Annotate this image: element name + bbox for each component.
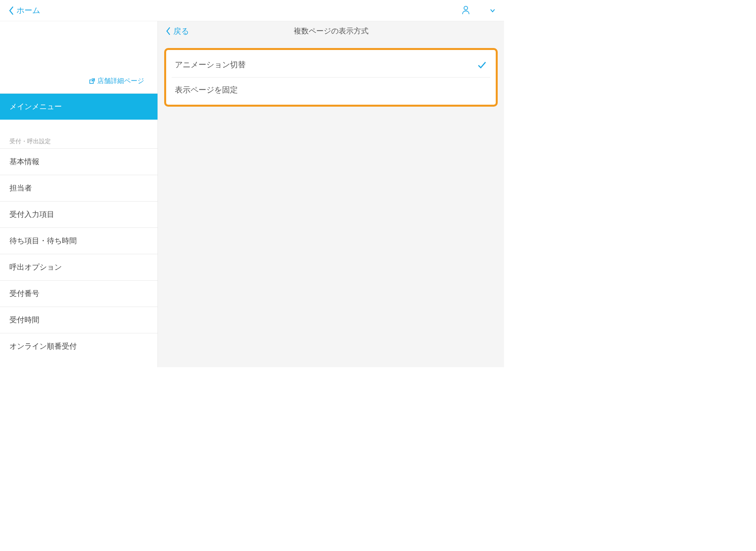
topbar-dropdown-caret[interactable] [490,7,495,14]
sidebar-items: 基本情報担当者受付入力項目待ち項目・待ち時間呼出オプション受付番号受付時間オンラ… [0,148,158,359]
option-label: 表示ページを固定 [175,85,238,95]
content: アニメーション切替表示ページを固定 [158,41,504,107]
sidebar-main-menu[interactable]: メインメニュー [0,94,158,120]
sidebar-item[interactable]: 受付番号 [0,280,158,307]
sidebar-item[interactable]: 受付入力項目 [0,201,158,227]
chevron-left-icon [166,27,171,35]
display-mode-option[interactable]: アニメーション切替 [172,52,490,78]
sidebar-header-area: 店舗詳細ページ [0,21,158,94]
chevron-down-icon [490,9,495,13]
back-button[interactable]: 戻る [166,26,189,37]
display-mode-option[interactable]: 表示ページを固定 [172,78,490,102]
svg-point-0 [464,6,467,9]
user-icon [461,5,470,15]
chevron-left-icon [9,6,14,15]
sidebar-item[interactable]: 担当者 [0,175,158,201]
home-label: ホーム [17,5,40,16]
page-title: 複数ページの表示方式 [158,26,504,36]
topbar-right [461,5,495,16]
store-detail-link[interactable]: 店舗詳細ページ [89,76,144,85]
sidebar-item[interactable]: 受付時間 [0,307,158,333]
external-link-icon [89,78,95,84]
sidebar-item[interactable]: 呼出オプション [0,254,158,280]
subheader: 戻る 複数ページの表示方式 [158,21,504,41]
option-label: アニメーション切替 [175,59,246,70]
check-icon [478,61,486,68]
back-label: 戻る [173,26,189,37]
main-panel: 戻る 複数ページの表示方式 アニメーション切替表示ページを固定 [158,21,504,367]
sidebar-item[interactable]: オンライン順番受付 [0,333,158,359]
sidebar-section-label: 受付・呼出設定 [0,138,158,148]
user-menu-button[interactable] [461,5,470,16]
sidebar-gap [0,120,158,138]
sidebar: 店舗詳細ページ メインメニュー 受付・呼出設定 基本情報担当者受付入力項目待ち項… [0,21,158,367]
sidebar-item[interactable]: 基本情報 [0,148,158,175]
options-list: アニメーション切替表示ページを固定 [172,52,490,102]
topbar: ホーム [0,0,504,21]
sidebar-main-menu-label: メインメニュー [9,102,62,111]
highlight-box: アニメーション切替表示ページを固定 [164,48,498,107]
store-detail-link-label: 店舗詳細ページ [97,76,144,85]
home-nav-button[interactable]: ホーム [9,5,40,16]
sidebar-item[interactable]: 待ち項目・待ち時間 [0,227,158,254]
layout: 店舗詳細ページ メインメニュー 受付・呼出設定 基本情報担当者受付入力項目待ち項… [0,21,504,367]
